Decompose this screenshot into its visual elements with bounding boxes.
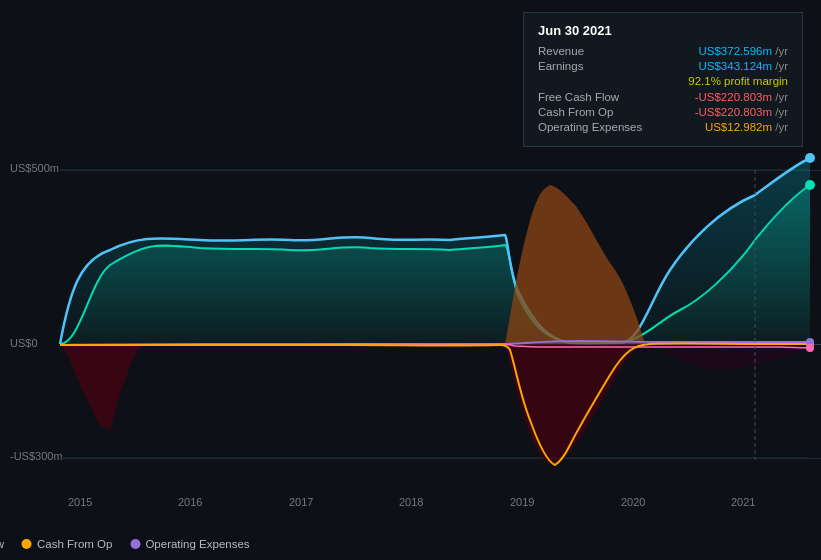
tooltip-earnings: Earnings US$343.124m /yr [538,60,788,72]
tooltip-panel: Jun 30 2021 Revenue US$372.596m /yr Earn… [523,12,803,147]
tooltip-margin: 92.1% profit margin [538,75,788,87]
legend-fcf[interactable]: Free Cash Flow [0,538,4,550]
opex-dot [130,539,140,549]
legend-cashfromop[interactable]: Cash From Op [22,538,112,550]
cashfromop-dot [22,539,32,549]
svg-point-4 [805,153,815,163]
legend-opex-label: Operating Expenses [145,538,249,550]
tooltip-date: Jun 30 2021 [538,23,788,38]
tooltip-opex: Operating Expenses US$12.982m /yr [538,121,788,133]
chart-legend: Revenue Earnings Free Cash Flow Cash Fro… [0,538,411,550]
tooltip-cashfromop: Cash From Op -US$220.803m /yr [538,106,788,118]
legend-cashfromop-label: Cash From Op [37,538,112,550]
legend-opex[interactable]: Operating Expenses [130,538,249,550]
tooltip-fcf: Free Cash Flow -US$220.803m /yr [538,91,788,103]
svg-point-8 [806,344,814,352]
svg-point-5 [805,180,815,190]
legend-fcf-label: Free Cash Flow [0,538,4,550]
tooltip-revenue: Revenue US$372.596m /yr [538,45,788,57]
